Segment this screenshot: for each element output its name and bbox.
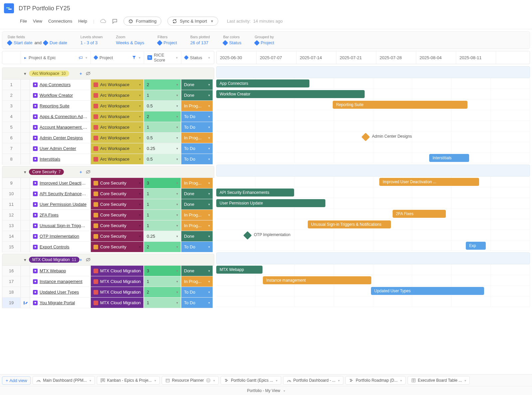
project-cell[interactable]: Core Security ▾ bbox=[90, 210, 144, 220]
epic-link[interactable]: Reporting Suite bbox=[40, 103, 70, 108]
rice-score-cell[interactable]: 3▾ bbox=[144, 178, 181, 189]
rice-score-cell[interactable]: 2▾ bbox=[144, 79, 181, 90]
milestone-marker[interactable] bbox=[243, 231, 252, 239]
row-number[interactable]: 13 bbox=[2, 220, 21, 231]
chevron-down-icon[interactable]: ▾ bbox=[139, 56, 140, 60]
app-logo[interactable] bbox=[4, 3, 14, 13]
epic-name-cell[interactable]: API Security Enhancements bbox=[30, 189, 90, 199]
chevron-down-icon[interactable]: ▾ bbox=[213, 379, 215, 382]
project-cell[interactable]: Arc Workspace ▾ bbox=[90, 101, 144, 111]
status-cell[interactable]: Done▾ bbox=[181, 199, 213, 210]
status-cell[interactable]: To Do▾ bbox=[181, 287, 213, 298]
menu-view[interactable]: View bbox=[33, 19, 42, 24]
project-cell[interactable]: Arc Workspace ▾ bbox=[90, 90, 144, 101]
project-cell[interactable]: Core Security ▾ bbox=[90, 231, 144, 242]
config-levels[interactable]: Levels shown 1 - 3 of 3 bbox=[81, 35, 103, 45]
status-cell[interactable]: In Prog...▾ bbox=[181, 101, 213, 111]
gantt-bar[interactable]: Instance management bbox=[263, 276, 371, 284]
project-cell[interactable]: Core Security ▾ bbox=[90, 189, 144, 199]
row-number[interactable]: 1 bbox=[2, 79, 21, 90]
row-number[interactable]: 18 bbox=[2, 287, 21, 298]
project-cell[interactable]: MTX Cloud Migration ▾ bbox=[90, 266, 144, 276]
gantt-bar[interactable]: API Security Enhancements bbox=[216, 189, 294, 197]
config-grouped[interactable]: Grouped by Project bbox=[255, 35, 274, 45]
chevron-down-icon[interactable]: ▾ bbox=[154, 379, 156, 382]
epic-name-cell[interactable]: Instance management bbox=[30, 276, 90, 287]
project-cell[interactable]: Arc Workspace ▾ bbox=[90, 79, 144, 90]
col-project-epic[interactable]: ▸ Project & Epic 🏷 ▾ bbox=[21, 51, 91, 64]
chevron-down-icon[interactable]: ▾ bbox=[86, 56, 87, 60]
row-number[interactable]: 17 bbox=[2, 276, 21, 287]
epic-name-cell[interactable]: User Admin Center bbox=[30, 143, 90, 154]
col-project[interactable]: Project ▾ bbox=[91, 51, 144, 64]
epic-link[interactable]: Improved User Deactivation ... bbox=[40, 181, 88, 186]
epic-name-cell[interactable]: Interstitials bbox=[30, 154, 90, 165]
rice-score-cell[interactable]: 0.25▾ bbox=[144, 143, 181, 154]
project-cell[interactable]: Core Security ▾ bbox=[90, 242, 144, 252]
project-cell[interactable]: Arc Workspace ▾ bbox=[90, 111, 144, 122]
status-cell[interactable]: Done▾ bbox=[181, 266, 213, 276]
project-cell[interactable]: MTX Cloud Migration ▾ bbox=[90, 298, 144, 308]
row-number[interactable]: 15 bbox=[2, 242, 21, 252]
rice-score-cell[interactable]: 1▾ bbox=[144, 298, 181, 308]
project-cell[interactable]: MTX Cloud Migration ▾ bbox=[90, 276, 144, 287]
project-cell[interactable]: Core Security ▾ bbox=[90, 178, 144, 189]
epic-name-cell[interactable]: Admin Center Designs bbox=[30, 133, 90, 143]
chevron-down-icon[interactable]: ▾ bbox=[400, 379, 402, 382]
status-cell[interactable]: In Prog...▾ bbox=[181, 210, 213, 220]
epic-link[interactable]: API Security Enhancements bbox=[40, 191, 88, 196]
config-filters[interactable]: Filters Project bbox=[158, 35, 177, 45]
config-bars[interactable]: Bars plotted 26 of 137 bbox=[190, 35, 210, 45]
rice-score-cell[interactable]: 0.5▾ bbox=[144, 154, 181, 165]
rice-score-cell[interactable]: 0.25▾ bbox=[144, 231, 181, 242]
status-cell[interactable]: In Prog...▾ bbox=[181, 276, 213, 287]
gantt-bar[interactable]: Unusual Sign-in Triggers & Notifications bbox=[308, 220, 391, 228]
add-row-icon[interactable]: + bbox=[80, 257, 82, 262]
row-number[interactable]: 8 bbox=[2, 154, 21, 165]
row-number[interactable]: 11 bbox=[2, 199, 21, 210]
epic-link[interactable]: Unusual Sign-in Triggers & N... bbox=[40, 223, 88, 228]
epic-name-cell[interactable]: MTX Webapp bbox=[30, 266, 90, 276]
row-number[interactable]: 14 bbox=[2, 231, 21, 242]
sync-import-button[interactable]: Sync & Import ▾ bbox=[167, 17, 218, 26]
epic-name-cell[interactable]: Export Controls bbox=[30, 242, 90, 252]
epic-name-cell[interactable]: Apps & Connection Admin C... bbox=[30, 111, 90, 122]
project-cell[interactable]: MTX Cloud Migration ▾ bbox=[90, 287, 144, 298]
status-cell[interactable]: In Prog...▾ bbox=[181, 133, 213, 143]
milestone-marker[interactable] bbox=[361, 133, 370, 141]
view-tab[interactable]: Main Dashboard (PPM... ▾ bbox=[33, 376, 94, 385]
view-tab[interactable]: Portfolio Gantt (Epics ... ▾ bbox=[221, 376, 281, 385]
epic-link[interactable]: User Permission Update bbox=[40, 202, 87, 207]
rice-score-cell[interactable]: 2▾ bbox=[144, 111, 181, 122]
chevron-down-icon[interactable]: ▾ bbox=[276, 379, 277, 382]
epic-name-cell[interactable]: OTP Implementation bbox=[30, 231, 90, 242]
col-rice-score[interactable]: fx RICE Score ▾ bbox=[144, 51, 181, 64]
row-number[interactable]: 3 bbox=[2, 101, 21, 111]
row-number[interactable]: 5 bbox=[2, 122, 21, 133]
rice-score-cell[interactable]: 1▾ bbox=[144, 122, 181, 133]
config-bar-colors[interactable]: Bar colors Status bbox=[223, 35, 242, 45]
rice-score-cell[interactable]: 2▾ bbox=[144, 242, 181, 252]
menu-file[interactable]: File bbox=[20, 19, 27, 24]
status-cell[interactable]: To Do▾ bbox=[181, 111, 213, 122]
epic-name-cell[interactable]: Unusual Sign-in Triggers & N... bbox=[30, 220, 90, 231]
epic-link[interactable]: OTP Implementation bbox=[40, 234, 79, 239]
row-number[interactable]: 6 bbox=[2, 133, 21, 143]
view-tab[interactable]: Resource Planner ? ▾ bbox=[162, 376, 219, 385]
gantt-bar[interactable]: User Permission Update bbox=[216, 199, 325, 207]
epic-link[interactable]: Interstitials bbox=[40, 157, 60, 162]
hide-icon[interactable] bbox=[86, 257, 91, 262]
epic-name-cell[interactable]: 2FA Fixes bbox=[30, 210, 90, 220]
status-cell[interactable]: To Do▾ bbox=[181, 143, 213, 154]
project-cell[interactable]: Arc Workspace ▾ bbox=[90, 143, 144, 154]
add-row-icon[interactable]: + bbox=[80, 71, 82, 76]
epic-name-cell[interactable]: You Migrate Portal bbox=[30, 298, 90, 308]
project-cell[interactable]: Arc Workspace ▾ bbox=[90, 122, 144, 133]
epic-link[interactable]: 2FA Fixes bbox=[40, 212, 59, 217]
row-number[interactable]: 10 bbox=[2, 189, 21, 199]
epic-link[interactable]: User Admin Center bbox=[40, 146, 76, 151]
rice-score-cell[interactable]: 1▾ bbox=[144, 276, 181, 287]
comment-icon[interactable] bbox=[112, 19, 117, 24]
status-cell[interactable]: In Prog...▾ bbox=[181, 178, 213, 189]
gantt-bar[interactable]: 2FA Fixes bbox=[393, 210, 446, 218]
